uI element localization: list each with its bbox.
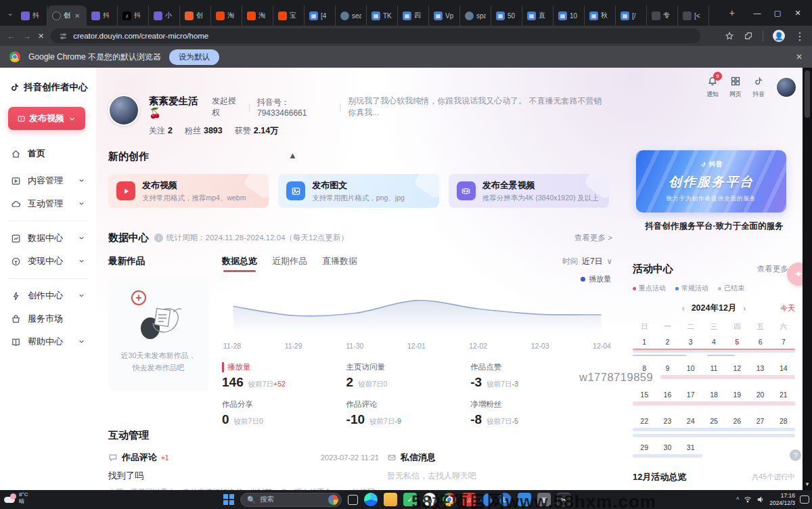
browser-tab[interactable]: 小 (149, 5, 180, 26)
browser-tab[interactable]: ▦TK (367, 5, 398, 26)
page-scrollbar[interactable]: ▼ (803, 68, 812, 490)
browser-tab[interactable]: 宝 (273, 5, 304, 26)
time-filter-dropdown[interactable]: 时间 近7日 ∨ (562, 256, 612, 267)
browser-tab[interactable]: ▦[4 (304, 5, 336, 26)
quick-icon-网页[interactable]: 网页 (729, 76, 742, 99)
data-tab-近期作品[interactable]: 近期作品 (272, 255, 307, 267)
browser-tab[interactable]: ♪抖 (118, 5, 149, 26)
close-button[interactable]: ✕ (788, 0, 808, 26)
sidebar-item-帮助中心[interactable]: 帮助中心 (8, 330, 88, 353)
calendar-day-3[interactable]: 3 (679, 338, 702, 346)
calendar-day-26[interactable]: 26 (725, 417, 748, 425)
browser-tab[interactable]: ▦Vp (429, 5, 460, 26)
browser-tab[interactable]: 创✕ (47, 5, 87, 26)
calendar-day-4[interactable]: 4 (702, 338, 725, 346)
calendar-day-15[interactable]: 15 (633, 391, 656, 399)
bookmark-star-icon[interactable] (725, 31, 734, 41)
browser-tab[interactable]: ▦10 (554, 5, 585, 26)
sidebar-item-数据中心[interactable]: 数据中心 (8, 227, 88, 250)
calendar-next-button[interactable]: › (743, 304, 746, 313)
browser-tab[interactable]: 抖 (87, 5, 118, 26)
quick-icon-抖音[interactable]: 抖音 (752, 76, 765, 99)
publish-video-button[interactable]: 发布视频 (8, 107, 85, 130)
comment-panel[interactable]: 作品评论 +1 2023-07-22 11:21 找到了吗 来源：要是可以重来，… (108, 451, 379, 490)
taskview-taskbar-icon[interactable] (348, 495, 358, 505)
calendar-day-23[interactable]: 23 (656, 417, 679, 425)
folder-taskbar-icon[interactable] (384, 493, 397, 506)
avatar[interactable] (108, 95, 139, 126)
address-bar[interactable]: creator.douyin.com/creator-micro/home (51, 28, 700, 43)
data-center-more-link[interactable]: 查看更多 > (574, 233, 612, 243)
browser-tab[interactable]: ▦秋 (585, 5, 616, 26)
data-tab-数据总览[interactable]: 数据总览 (222, 255, 257, 267)
tray-expand-icon[interactable]: ^ (736, 496, 739, 503)
sidebar-item-服务市场[interactable]: 服务市场 (8, 307, 88, 330)
extensions-icon[interactable] (744, 31, 753, 41)
tab-close-icon[interactable]: ✕ (74, 12, 80, 20)
calendar-day-24[interactable]: 24 (679, 417, 702, 425)
data-tab-直播数据[interactable]: 直播数据 (322, 255, 357, 267)
start-button[interactable] (223, 494, 234, 505)
calendar-day-30[interactable]: 30 (656, 443, 679, 451)
browser-tab[interactable]: 淘 (242, 5, 273, 26)
calendar-day-20[interactable]: 20 (748, 391, 771, 399)
banner-close-icon[interactable]: ✕ (796, 52, 803, 62)
calendar-day-2[interactable]: 2 (656, 338, 679, 346)
calendar-day-18[interactable]: 18 (702, 391, 725, 399)
calendar-day-5[interactable]: 5 (725, 338, 748, 346)
sidebar-item-首页[interactable]: 首页 (8, 142, 88, 165)
sidebar-item-互动管理[interactable]: 互动管理 (8, 192, 88, 215)
browser-tab[interactable]: 抖 (16, 5, 47, 26)
browser-tab[interactable]: ▦50 (491, 5, 522, 26)
sidebar-item-变现中心[interactable]: 变现中心 (8, 250, 88, 273)
activity-footer-count[interactable]: 共45个进行中 (752, 472, 795, 482)
calendar-day-16[interactable]: 16 (656, 391, 679, 399)
restore-button[interactable]: ▢ (767, 0, 788, 26)
quick-icon-通知[interactable]: 9通知 (706, 76, 719, 99)
calendar-day-12[interactable]: 12 (725, 364, 748, 372)
notification-center-icon[interactable] (800, 495, 809, 504)
browser-tab[interactable]: 创 (180, 5, 211, 26)
calendar-day-17[interactable]: 17 (679, 391, 702, 399)
calendar-day-14[interactable]: 14 (772, 364, 795, 372)
calendar-day-9[interactable]: 9 (656, 364, 679, 372)
sidebar-item-创作中心[interactable]: 创作中心 (8, 284, 88, 307)
new-tab-button[interactable]: + (723, 7, 742, 18)
calendar-day-21[interactable]: 21 (772, 391, 795, 399)
taskbar-weather-widget[interactable]: 8°C晴 (4, 491, 28, 504)
scrollbar-down-arrow[interactable]: ▼ (803, 481, 812, 487)
calendar-day-19[interactable]: 19 (725, 391, 748, 399)
header-avatar[interactable] (775, 76, 797, 98)
minimize-button[interactable]: — (747, 0, 767, 26)
auth-link[interactable]: 发起授权 (212, 95, 242, 118)
network-icon[interactable] (744, 495, 752, 504)
calendar-day-29[interactable]: 29 (633, 443, 656, 451)
browser-tab[interactable]: sea (336, 5, 367, 26)
creation-card-发布视频[interactable]: 发布视频支持常用格式，推荐mp4、webm (108, 174, 269, 208)
volume-icon[interactable] (757, 495, 765, 504)
browser-profile-avatar[interactable]: 👤 (773, 30, 785, 42)
calendar-day-13[interactable]: 13 (748, 364, 771, 372)
sidebar-item-内容管理[interactable]: 内容管理 (8, 169, 88, 192)
browser-tab[interactable]: 淘 (211, 5, 242, 26)
calendar-day-28[interactable]: 28 (772, 417, 795, 425)
calendar-day-22[interactable]: 22 (633, 417, 656, 425)
calendar-day-10[interactable]: 10 (679, 364, 702, 372)
creation-card-发布全景视频[interactable]: 发布全景视频推荐分辨率为4K (3840x1920) 及以上 (449, 174, 609, 208)
scrollbar-thumb[interactable] (805, 70, 810, 118)
tab-search-icon[interactable]: ⌄ (4, 9, 16, 18)
browser-tab[interactable]: ▦四 (398, 5, 429, 26)
menu-dots-icon[interactable]: ⋮ (794, 30, 805, 43)
browser-tab[interactable]: ▦[/ (616, 5, 647, 26)
calendar-day-1[interactable]: 1 (633, 338, 656, 346)
stop-button[interactable]: ✕ (38, 32, 44, 41)
calendar-day-27[interactable]: 27 (748, 417, 771, 425)
calendar-day-11[interactable]: 11 (702, 364, 725, 372)
browser-tab[interactable]: ▦直 (522, 5, 554, 26)
help-icon[interactable]: ? (790, 449, 801, 461)
calendar-today-link[interactable]: 今天 (780, 303, 795, 313)
creation-card-发布图文[interactable]: 发布图文支持常用图片格式，png、jpg (278, 174, 438, 208)
taskbar-clock[interactable]: 17:162024/12/3 (769, 492, 795, 506)
forward-button[interactable]: → (22, 31, 31, 41)
calendar-prev-button[interactable]: ‹ (682, 304, 685, 313)
